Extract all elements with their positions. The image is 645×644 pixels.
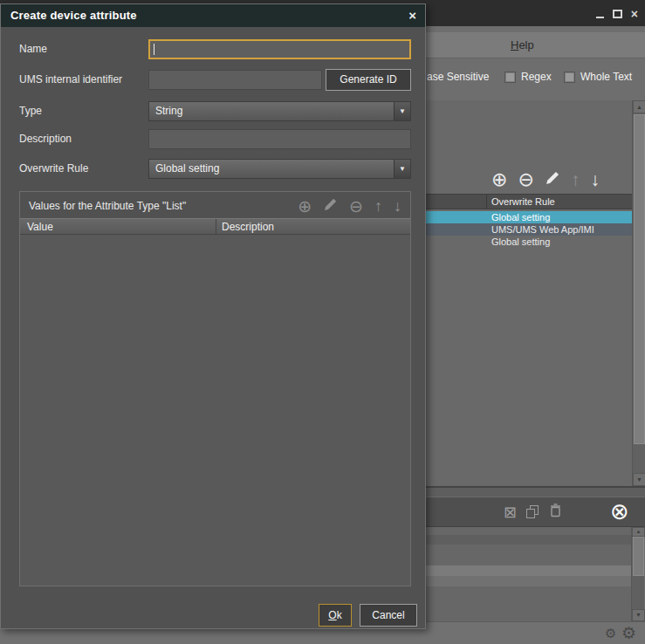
edit-value-icon[interactable] — [323, 197, 338, 216]
move-down-icon[interactable]: ↓ — [590, 170, 600, 189]
table-row[interactable]: UMS/UMS Web App/IMI — [425, 223, 632, 236]
results-vertical-scrollbar[interactable]: ▲ ▼ — [632, 100, 645, 486]
regex-checkbox[interactable] — [504, 72, 516, 83]
table-row[interactable]: Global setting — [425, 236, 632, 248]
lower-list-panel — [425, 527, 631, 621]
remove-icon[interactable]: ⊖ — [518, 170, 533, 189]
chevron-down-icon[interactable]: ▼ — [394, 160, 410, 178]
close-dialog-icon[interactable]: × — [408, 8, 416, 23]
column-divider — [486, 195, 487, 209]
results-toolbar: ⊕ ⊖ ↑ ↓ — [491, 168, 600, 192]
clear-selection-icon[interactable]: ⊠ — [504, 504, 517, 520]
scroll-down-icon[interactable]: ▼ — [632, 609, 645, 621]
ums-identifier-label: UMS internal identifier — [19, 73, 122, 86]
regex-label: Regex — [521, 71, 552, 83]
generate-id-button[interactable]: Generate ID — [326, 69, 411, 91]
values-group-panel: Values for the Attribute Type "List" ⊕ ⊖… — [19, 191, 411, 586]
help-mnemonic: H — [511, 38, 518, 51]
maximize-icon[interactable] — [613, 10, 622, 18]
table-row[interactable]: Global setting — [425, 211, 632, 223]
overwrite-rule-selected-value: Global setting — [155, 162, 219, 175]
close-window-icon[interactable]: × — [631, 8, 638, 20]
scrollbar-thumb[interactable] — [634, 114, 645, 444]
description-input[interactable] — [148, 129, 411, 149]
text-caret — [154, 44, 154, 55]
type-selected-value: String — [155, 105, 182, 117]
remove-value-icon[interactable]: ⊖ — [349, 198, 363, 215]
value-column-header[interactable]: Value — [27, 221, 53, 233]
cancel-button[interactable]: Cancel — [360, 604, 417, 627]
overwrite-rule-select[interactable]: Global setting ▼ — [148, 159, 411, 179]
lower-vertical-scrollbar[interactable]: ▲ ▼ — [631, 527, 644, 621]
values-group-title: Values for the Attribute Type "List" — [29, 200, 186, 212]
case-sensitive-label: ase Sensitive — [427, 71, 489, 83]
attributes-results-panel: ⊕ ⊖ ↑ ↓ Overwrite Rule Global setting UM… — [425, 100, 645, 486]
values-table-header: Value Description — [20, 218, 410, 235]
ok-button[interactable]: Ok — [319, 604, 352, 627]
create-device-attribute-dialog: Create device attribute × Name UMS inter… — [0, 3, 426, 629]
type-select[interactable]: String ▼ — [148, 101, 411, 121]
overwrite-rule-header-label: Overwrite Rule — [491, 196, 555, 207]
screen: × Help ase Sensitive Regex Whole Text ⊕ … — [0, 0, 645, 644]
scroll-up-icon[interactable]: ▲ — [632, 527, 645, 537]
scrollbar-thumb[interactable] — [633, 537, 644, 576]
description-column-header[interactable]: Description — [222, 221, 274, 233]
panel-gap — [425, 488, 645, 497]
column-divider — [216, 219, 216, 234]
close-panel-icon[interactable]: ⊗ — [610, 500, 629, 523]
dialog-title: Create device attribute — [10, 9, 137, 22]
help-label: Help — [511, 38, 534, 51]
ok-mnemonic: O — [328, 609, 336, 621]
list-row-stripe — [425, 535, 631, 545]
description-label: Description — [19, 133, 72, 145]
ums-identifier-input[interactable] — [148, 70, 322, 90]
lower-toolbar-icons: ⊠ — [504, 497, 562, 526]
minimize-icon[interactable] — [596, 17, 604, 18]
whole-text-label: Whole Text — [580, 71, 632, 83]
scroll-down-icon[interactable]: ▼ — [633, 473, 645, 486]
values-toolbar: ⊕ ⊖ ↑ ↓ — [298, 195, 401, 216]
ok-rest: k — [337, 609, 342, 621]
add-icon[interactable]: ⊕ — [491, 170, 507, 189]
overwrite-rule-label: Overwrite Rule — [19, 162, 88, 175]
whole-text-checkbox[interactable] — [564, 72, 575, 83]
window-controls: × — [596, 8, 638, 20]
delete-icon[interactable] — [549, 504, 562, 521]
dialog-titlebar[interactable]: Create device attribute × — [1, 4, 425, 27]
name-input[interactable] — [148, 39, 411, 59]
list-row-stripe — [425, 565, 631, 576]
move-up-icon[interactable]: ↑ — [571, 170, 580, 189]
chevron-down-icon[interactable]: ▼ — [394, 102, 410, 120]
move-value-up-icon[interactable]: ↑ — [374, 198, 382, 215]
copy-icon[interactable] — [526, 505, 539, 519]
add-value-icon[interactable]: ⊕ — [298, 198, 312, 215]
edit-icon[interactable] — [545, 170, 560, 189]
move-value-down-icon[interactable]: ↓ — [394, 198, 401, 215]
list-row-stripe — [425, 576, 631, 586]
lower-toolbar: ⊠ ⊗ — [425, 497, 645, 527]
help-button[interactable]: Help — [425, 32, 645, 58]
values-table-body — [20, 235, 410, 586]
help-rest: elp — [518, 38, 533, 51]
name-label: Name — [19, 43, 47, 55]
settings-gear-icon[interactable]: ⚙ — [605, 626, 616, 641]
overwrite-rule-column-header[interactable]: Overwrite Rule — [425, 194, 632, 209]
preferences-gear-icon[interactable]: ⚙ — [621, 623, 636, 643]
type-label: Type — [19, 105, 42, 117]
scroll-up-icon[interactable]: ▲ — [633, 100, 645, 113]
